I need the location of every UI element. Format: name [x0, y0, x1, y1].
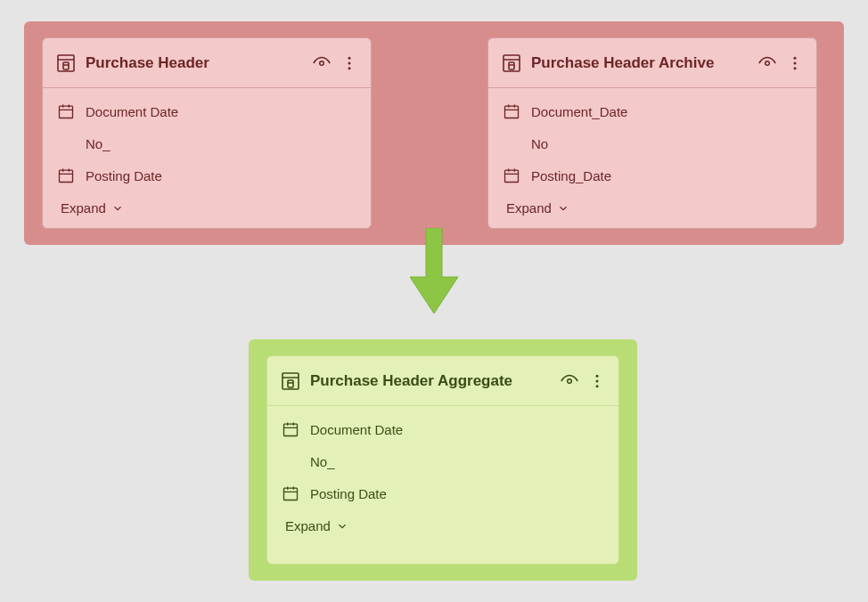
svg-rect-59 — [284, 488, 298, 500]
card-header: Purchase Header — [43, 38, 371, 88]
svg-point-28 — [794, 61, 797, 64]
svg-point-48 — [568, 378, 572, 383]
field-row[interactable]: Posting_Date — [488, 159, 816, 191]
expand-button[interactable]: Expand — [267, 509, 618, 533]
field-row[interactable]: Document Date — [267, 413, 618, 445]
svg-point-51 — [596, 385, 599, 387]
field-row[interactable]: Document Date — [43, 95, 371, 127]
svg-point-7 — [348, 67, 351, 69]
expand-label: Expand — [506, 200, 552, 216]
field-row[interactable]: No — [488, 127, 816, 159]
table-card-purchase-header-archive: Purchase Header Archive Document_Date No — [487, 37, 817, 229]
chevron-down-icon — [336, 520, 348, 533]
source-tables-group: Purchase Header Document Date No_ — [24, 21, 844, 245]
card-title: Purchase Header Aggregate — [310, 372, 551, 390]
more-menu-icon[interactable] — [588, 372, 606, 390]
visibility-icon[interactable] — [757, 53, 777, 73]
field-label: Posting Date — [86, 168, 162, 183]
aggregate-table-group: Purchase Header Aggregate Document Date … — [249, 339, 637, 581]
calendar-icon — [282, 420, 299, 438]
card-body: Document_Date No Posting_Date Expand — [488, 88, 816, 228]
chevron-down-icon — [557, 202, 569, 215]
svg-rect-8 — [60, 106, 73, 118]
table-icon — [501, 53, 522, 74]
card-header: Purchase Header Archive — [488, 38, 816, 88]
field-row[interactable]: Document_Date — [488, 95, 816, 127]
expand-button[interactable]: Expand — [43, 191, 371, 216]
calendar-icon — [503, 102, 520, 120]
card-title: Purchase Header — [86, 54, 303, 72]
field-row[interactable]: Posting Date — [43, 159, 371, 191]
svg-point-50 — [596, 379, 599, 382]
expand-label: Expand — [285, 518, 331, 533]
card-body: Document Date No_ Posting Date Expand — [267, 406, 618, 546]
calendar-icon — [282, 484, 299, 502]
field-label: Document_Date — [531, 104, 627, 119]
svg-point-4 — [320, 61, 324, 65]
calendar-icon — [57, 167, 75, 184]
calendar-icon — [503, 167, 520, 184]
field-row[interactable]: No_ — [43, 127, 371, 159]
svg-rect-46 — [288, 380, 293, 387]
expand-button[interactable]: Expand — [488, 191, 816, 216]
svg-rect-2 — [63, 62, 69, 69]
calendar-icon — [57, 102, 75, 120]
svg-rect-37 — [505, 170, 519, 182]
svg-rect-24 — [509, 62, 514, 69]
card-body: Document Date No_ Posting Date Expand — [43, 88, 371, 228]
field-label: Posting_Date — [531, 168, 611, 183]
card-header: Purchase Header Aggregate — [267, 356, 618, 406]
field-row[interactable]: No_ — [267, 445, 618, 477]
svg-point-5 — [348, 56, 351, 59]
more-menu-icon[interactable] — [340, 54, 358, 72]
more-menu-icon[interactable] — [786, 54, 804, 72]
visibility-icon[interactable] — [560, 371, 579, 391]
field-label: Posting Date — [310, 486, 387, 501]
table-icon — [55, 53, 77, 74]
field-label: Document Date — [86, 104, 178, 119]
field-row[interactable]: Posting Date — [267, 477, 618, 509]
field-label: Document Date — [310, 422, 403, 437]
field-label: No_ — [310, 454, 335, 469]
expand-label: Expand — [61, 200, 106, 216]
svg-rect-15 — [60, 170, 73, 182]
svg-point-49 — [596, 374, 599, 377]
chevron-down-icon — [111, 202, 124, 215]
svg-point-29 — [794, 67, 797, 69]
visibility-icon[interactable] — [312, 53, 332, 73]
table-icon — [280, 370, 301, 392]
card-title: Purchase Header Archive — [531, 54, 749, 72]
table-card-purchase-header: Purchase Header Document Date No_ — [42, 37, 372, 229]
svg-point-6 — [348, 61, 351, 64]
svg-rect-52 — [284, 424, 298, 435]
svg-point-27 — [794, 56, 797, 59]
field-label: No_ — [86, 136, 111, 151]
svg-point-26 — [766, 61, 770, 65]
field-label: No — [531, 136, 548, 151]
svg-rect-30 — [505, 106, 519, 118]
table-card-purchase-header-aggregate: Purchase Header Aggregate Document Date … — [266, 355, 619, 565]
